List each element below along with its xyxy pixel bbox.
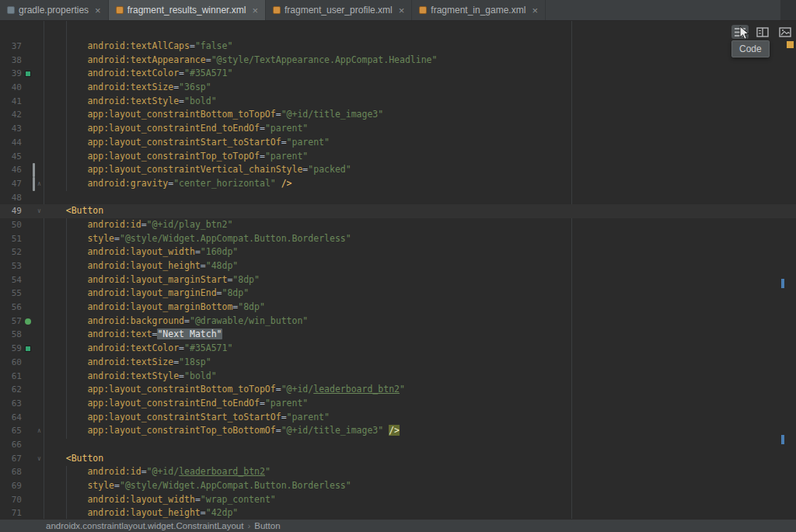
editor-area[interactable]: 37 android:textAllCaps="false"38 android… — [0, 21, 796, 519]
scrollbar-info-mark[interactable] — [781, 279, 784, 288]
breadcrumb-item[interactable]: androidx.constraintlayout.widget.Constra… — [46, 521, 243, 530]
code-line-71[interactable]: 71 android:layout_height="42dp" — [0, 506, 796, 519]
tab-fragment_results_winner-xml[interactable]: fragment_results_winner.xml× — [109, 0, 266, 20]
code-text — [44, 191, 796, 205]
gutter-cell — [22, 232, 34, 246]
code-text: android:id="@+id/play_btn2" — [44, 218, 796, 232]
code-text: android:text="Next Match" — [44, 328, 796, 342]
line-number: 53 — [0, 259, 22, 273]
fold-column — [34, 108, 44, 122]
fold-column — [34, 218, 44, 232]
close-tab-icon[interactable]: × — [252, 5, 258, 16]
code-line-62[interactable]: 62 app:layout_constraintBottom_toTopOf="… — [0, 383, 796, 397]
code-text: style="@style/Widget.AppCompat.Button.Bo… — [44, 479, 796, 493]
tab-bar-spacer — [546, 0, 780, 20]
code-line-67[interactable]: 67∨ <Button — [0, 452, 796, 466]
tab-strip: gradle.properties×fragment_results_winne… — [0, 0, 546, 20]
code-line-69[interactable]: 69 style="@style/Widget.AppCompat.Button… — [0, 479, 796, 493]
layout-xml-file-icon — [273, 6, 281, 14]
fold-column — [34, 287, 44, 301]
fold-column — [34, 383, 44, 397]
code-line-40[interactable]: 40 android:textSize="36sp" — [0, 81, 796, 95]
code-text: app:layout_constraintEnd_toEndOf="parent… — [44, 122, 796, 136]
gutter-cell — [22, 163, 34, 177]
code-line-56[interactable]: 56 android:layout_marginBottom="8dp" — [0, 301, 796, 315]
tab-label: gradle.properties — [19, 5, 89, 16]
code-text: android:gravity="center_horizontal" /> — [44, 177, 796, 191]
code-line-37[interactable]: 37 android:textAllCaps="false" — [0, 40, 796, 54]
code-line-47[interactable]: 47∧ android:gravity="center_horizontal" … — [0, 177, 796, 191]
fold-column — [34, 370, 44, 384]
layout-xml-file-icon — [116, 6, 124, 14]
code-line-64[interactable]: 64 app:layout_constraintStart_toStartOf=… — [0, 411, 796, 425]
code-line-58[interactable]: 58 android:text="Next Match" — [0, 328, 796, 342]
code-line-46[interactable]: 46 app:layout_constraintVertical_chainSt… — [0, 163, 796, 177]
code-line-39[interactable]: 39 android:textColor="#35A571" — [0, 67, 796, 81]
code-line-59[interactable]: 59 android:textColor="#35A571" — [0, 342, 796, 356]
gutter-cell — [22, 370, 34, 384]
fold-column — [34, 438, 44, 452]
color-chip-icon[interactable] — [25, 71, 31, 77]
code-line-66[interactable]: 66 — [0, 438, 796, 452]
code-line-38[interactable]: 38 android:textAppearance="@style/TextAp… — [0, 54, 796, 68]
line-number: 45 — [0, 150, 22, 164]
fold-column — [34, 328, 44, 342]
tab-fragment_user_profile-xml[interactable]: fragment_user_profile.xml× — [266, 0, 412, 20]
code-line-50[interactable]: 50 android:id="@+id/play_btn2" — [0, 218, 796, 232]
scrollbar-info-mark[interactable] — [781, 435, 784, 444]
fold-down-icon[interactable]: ∨ — [34, 452, 44, 466]
gutter-cell — [22, 411, 34, 425]
code-line-41[interactable]: 41 android:textStyle="bold" — [0, 95, 796, 109]
code-line-51[interactable]: 51 style="@style/Widget.AppCompat.Button… — [0, 232, 796, 246]
line-number: 52 — [0, 245, 22, 259]
fold-column — [34, 273, 44, 287]
code-line-63[interactable]: 63 app:layout_constraintEnd_toEndOf="par… — [0, 397, 796, 411]
split-view-button[interactable] — [754, 25, 771, 39]
close-tab-icon[interactable]: × — [399, 5, 405, 16]
code-line-55[interactable]: 55 android:layout_marginEnd="8dp" — [0, 287, 796, 301]
code-line-54[interactable]: 54 android:layout_marginStart="8dp" — [0, 273, 796, 287]
fold-up-icon[interactable]: ∧ — [34, 177, 44, 191]
code-line-48[interactable]: 48 — [0, 191, 796, 205]
code-text: android:textStyle="bold" — [44, 95, 796, 109]
code-line-60[interactable]: 60 android:textSize="18sp" — [0, 356, 796, 370]
code-line-68[interactable]: 68 android:id="@+id/leaderboard_btn2" — [0, 465, 796, 479]
breadcrumb-item[interactable]: Button — [254, 521, 280, 530]
line-number: 57 — [0, 315, 22, 329]
line-number: 54 — [0, 273, 22, 287]
fold-down-icon[interactable]: ∨ — [34, 204, 44, 218]
line-number: 38 — [0, 54, 22, 68]
gutter-cell — [22, 315, 34, 329]
line-number: 61 — [0, 370, 22, 384]
breadcrumb: androidx.constraintlayout.widget.Constra… — [44, 521, 282, 530]
fold-up-icon[interactable]: ∧ — [34, 424, 44, 438]
fold-column — [34, 411, 44, 425]
code-line-52[interactable]: 52 android:layout_width="160dp" — [0, 245, 796, 259]
code-line-45[interactable]: 45 app:layout_constraintTop_toTopOf="par… — [0, 150, 796, 164]
code-line-44[interactable]: 44 app:layout_constraintStart_toStartOf=… — [0, 136, 796, 150]
fold-column — [34, 150, 44, 164]
tab-fragment_in_game-xml[interactable]: fragment_in_game.xml× — [412, 0, 546, 20]
code-line-70[interactable]: 70 android:layout_width="wrap_content" — [0, 493, 796, 507]
inspection-warning-indicator[interactable] — [787, 41, 794, 48]
code-line-53[interactable]: 53 android:layout_height="48dp" — [0, 259, 796, 273]
code-line-65[interactable]: 65∧ app:layout_constraintTop_toBottomOf=… — [0, 424, 796, 438]
design-view-icon — [779, 27, 791, 37]
close-tab-icon[interactable]: × — [95, 5, 101, 16]
line-number: 69 — [0, 479, 22, 493]
line-number: 68 — [0, 465, 22, 479]
gutter-cell — [22, 493, 34, 507]
tab-gradle-properties[interactable]: gradle.properties× — [0, 0, 109, 20]
code-text: android:background="@drawable/win_button… — [44, 315, 796, 329]
line-number: 62 — [0, 383, 22, 397]
code-line-61[interactable]: 61 android:textStyle="bold" — [0, 370, 796, 384]
code-line-42[interactable]: 42 app:layout_constraintBottom_toTopOf="… — [0, 108, 796, 122]
code-line-43[interactable]: 43 app:layout_constraintEnd_toEndOf="par… — [0, 122, 796, 136]
code-line-49[interactable]: 49∨ <Button — [0, 204, 796, 218]
color-chip-icon[interactable] — [25, 346, 31, 352]
code-text: android:layout_height="42dp" — [44, 506, 796, 519]
close-tab-icon[interactable]: × — [532, 5, 538, 16]
design-view-button[interactable] — [777, 25, 794, 39]
gutter-cell — [22, 177, 34, 191]
code-line-57[interactable]: 57 android:background="@drawable/win_but… — [0, 315, 796, 329]
